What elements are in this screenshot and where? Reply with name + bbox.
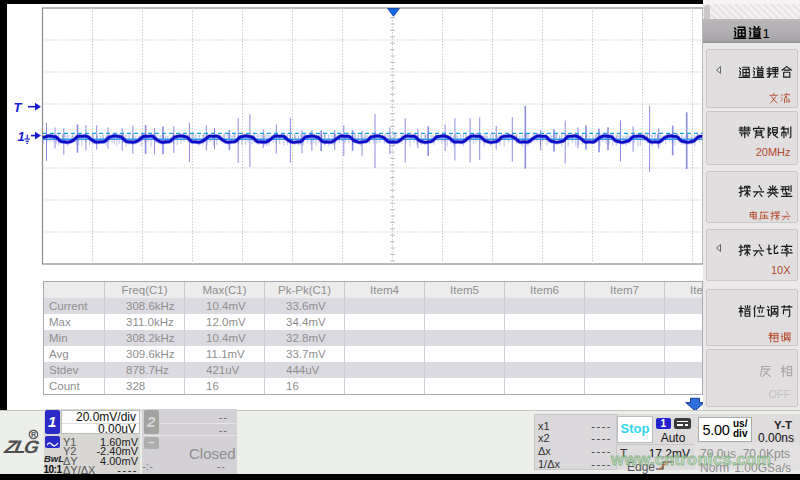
svg-text:R: R: [31, 431, 36, 438]
svg-text:1: 1: [18, 129, 25, 144]
svg-text:T: T: [14, 100, 23, 115]
